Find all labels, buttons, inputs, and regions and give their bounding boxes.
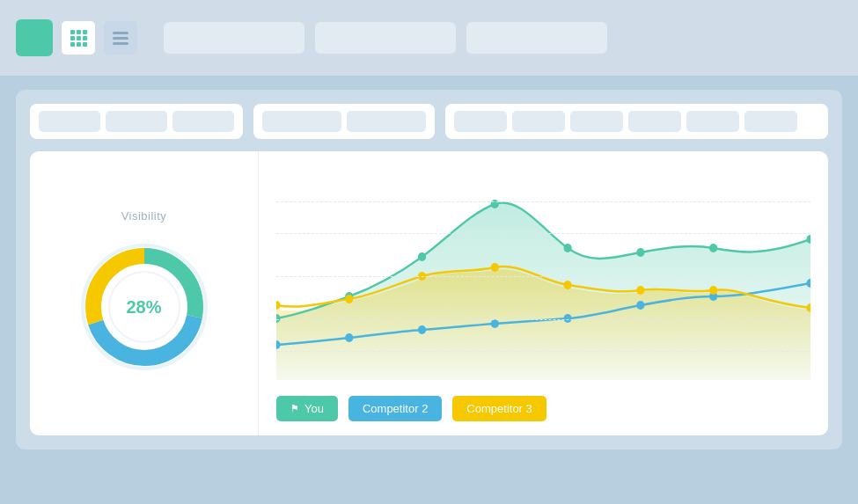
yellow-dot	[709, 286, 717, 295]
grid-line-3	[276, 276, 810, 277]
legend-row: ⚑ You Competitor 2 Competitor 3	[276, 396, 810, 421]
teal-dot	[563, 244, 571, 252]
chart-panel: ⚑ You Competitor 2 Competitor 3	[259, 151, 828, 435]
filter-pill-3-6[interactable]	[744, 111, 797, 132]
flag-icon-you: ⚑	[290, 403, 299, 414]
grid-line-2	[276, 233, 810, 234]
grid-line-5	[276, 351, 810, 352]
top-input-3[interactable]	[466, 22, 607, 54]
donut-chart: 28%	[74, 237, 215, 377]
blue-dot	[491, 319, 499, 328]
legend-competitor3-label: Competitor 3	[466, 402, 532, 415]
teal-dot	[636, 248, 644, 257]
yellow-dot	[636, 286, 644, 295]
top-bar-inputs	[164, 22, 607, 54]
yellow-dot	[563, 281, 571, 289]
filter-pill-3-3[interactable]	[570, 111, 623, 132]
top-input-1[interactable]	[164, 22, 304, 54]
filter-pill-1-3[interactable]	[172, 111, 234, 132]
filter-pill-2-2[interactable]	[347, 111, 426, 132]
top-input-2[interactable]	[315, 22, 456, 54]
legend-you-button[interactable]: ⚑ You	[276, 396, 338, 421]
donut-panel: Visibility	[30, 151, 259, 435]
top-bar	[0, 0, 858, 77]
list-view-button[interactable]	[104, 21, 137, 55]
filter-group-3	[445, 104, 828, 139]
teal-dot	[418, 252, 426, 261]
visibility-label: Visibility	[121, 209, 167, 223]
filter-pill-3-1[interactable]	[454, 111, 507, 132]
grid-icon	[70, 30, 87, 47]
filter-pill-3-5[interactable]	[686, 111, 739, 132]
logo-square	[16, 19, 53, 56]
grid-line-1	[276, 201, 810, 202]
donut-percentage: 28%	[126, 297, 161, 318]
chart-section: Visibility	[30, 151, 828, 435]
grid-view-button[interactable]	[62, 21, 95, 55]
teal-dot	[709, 244, 717, 252]
filter-row	[30, 104, 828, 139]
filter-pill-1-1[interactable]	[39, 111, 100, 132]
filter-pill-1-2[interactable]	[106, 111, 167, 132]
legend-competitor2-label: Competitor 2	[363, 402, 428, 415]
list-icon	[113, 32, 128, 45]
grid-line-4	[276, 319, 810, 320]
filter-pill-2-1[interactable]	[262, 111, 341, 132]
filter-group-1	[30, 104, 243, 139]
blue-dot	[345, 333, 353, 342]
yellow-dot	[345, 295, 353, 303]
blue-dot	[636, 301, 644, 310]
legend-competitor3-button[interactable]: Competitor 3	[452, 396, 546, 421]
chart-area	[276, 169, 810, 383]
filter-pill-3-2[interactable]	[512, 111, 565, 132]
filter-group-2	[253, 104, 435, 139]
legend-you-label: You	[304, 402, 324, 415]
legend-competitor2-button[interactable]: Competitor 2	[348, 396, 442, 421]
main-content: Visibility	[16, 90, 842, 449]
filter-pill-3-4[interactable]	[628, 111, 681, 132]
yellow-dot	[276, 301, 281, 310]
yellow-dot	[491, 263, 499, 272]
blue-dot	[418, 325, 426, 334]
